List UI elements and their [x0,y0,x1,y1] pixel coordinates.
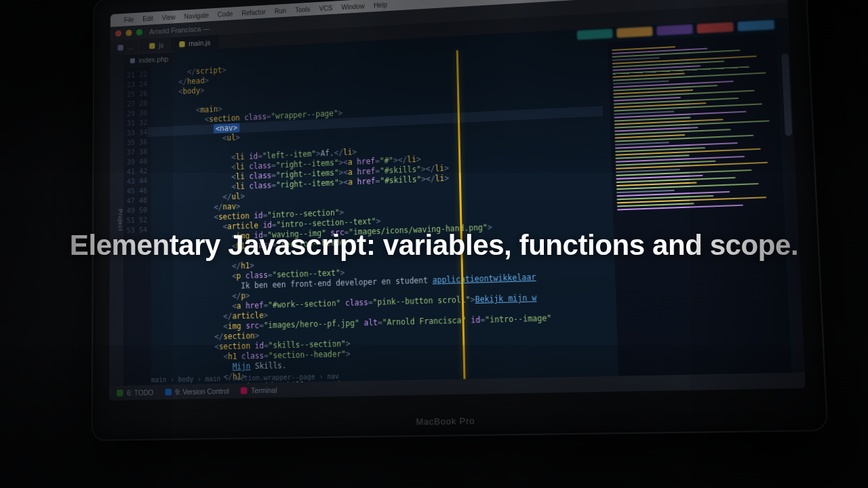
menu-item[interactable]: View [162,14,176,21]
tab-label: js [159,41,163,49]
toolwindow-tab[interactable] [577,28,613,40]
stage: FileEditViewNavigateCodeRefactorRunTools… [0,0,868,488]
minimap-line [616,190,674,193]
status-label: 6: TODO [127,388,153,397]
status-label: 9: Version Control [175,387,229,396]
menu-item[interactable]: Help [374,1,387,9]
tab-label: main.js [189,39,210,47]
editor-minimap[interactable] [608,33,792,376]
minimap-line [613,73,766,81]
traffic-light-close-icon[interactable] [115,30,121,37]
traffic-light-zoom-icon[interactable] [136,29,142,36]
status-item[interactable]: Terminal [241,386,277,395]
php-file-icon [118,44,123,50]
traffic-light-minimize-icon[interactable] [125,30,132,37]
menu-item[interactable]: File [124,16,134,23]
hero-title-overlay: Elementary Javascript: variables, functi… [0,229,868,262]
menu-item[interactable]: Tools [295,5,310,14]
status-icon [165,388,171,395]
menu-item[interactable]: VCS [319,4,333,12]
menu-item[interactable]: Window [341,2,364,11]
open-file-tab[interactable]: index.php [124,52,175,68]
js-file-icon [149,43,155,49]
menu-item[interactable]: Refactor [241,8,265,16]
window-title: Arnold Francisca — [149,24,210,35]
laptop: FileEditViewNavigateCodeRefactorRunTools… [92,0,829,441]
status-item[interactable]: 6: TODO [117,388,153,397]
menu-item[interactable]: Run [275,7,286,14]
open-file-name: index.php [139,55,169,64]
ide-screen: FileEditViewNavigateCodeRefactorRunTools… [109,0,806,401]
status-icon [117,390,123,396]
status-label: Terminal [251,386,277,395]
project-toolwindow-rail[interactable]: Project [109,54,124,386]
editor-tab[interactable]: … [111,39,142,55]
toolwindow-tab[interactable] [737,20,774,31]
menu-item[interactable]: Edit [142,15,153,22]
toolwindow-tab[interactable] [697,22,734,34]
toolwindow-tab[interactable] [616,26,652,38]
menu-item[interactable]: Navigate [184,12,209,20]
php-file-icon [130,58,135,64]
tab-label: … [127,43,134,51]
js-file-icon [179,41,184,47]
status-item[interactable]: 9: Version Control [165,387,229,396]
status-icon [241,387,248,394]
toolwindow-tab[interactable] [656,24,693,36]
code-editor[interactable]: </script> </head> <body> <main> <section… [147,43,612,385]
editor-tab[interactable]: js [142,37,172,53]
editor-tab[interactable]: main.js [172,35,218,52]
menu-item[interactable]: Code [218,10,233,18]
